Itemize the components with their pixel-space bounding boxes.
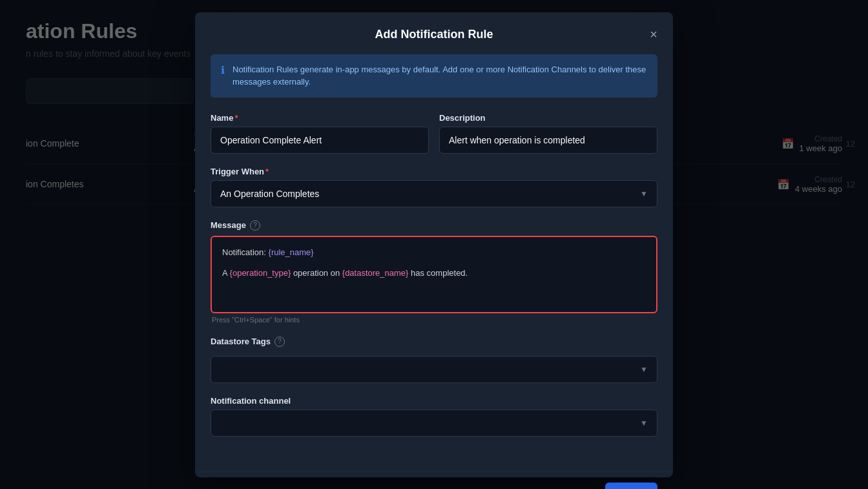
message-line1-prefix: Notification: — [222, 247, 269, 257]
notification-channel-group: Notification channel ▼ — [211, 396, 657, 437]
template-var-datastore-name: {datastore_name} — [342, 268, 409, 278]
name-description-row: Name* Description — [211, 113, 657, 154]
cancel-button[interactable]: Cancel — [549, 483, 598, 490]
name-group: Name* — [211, 113, 429, 154]
message-group: Message ? Notification: {rule_name} A {o… — [211, 220, 657, 313]
description-group: Description — [439, 113, 657, 154]
datastore-label-row: Datastore Tags ? — [211, 337, 657, 347]
datastore-tags-group: Datastore Tags ? ▼ — [211, 337, 657, 383]
modal-overlay: Add Notification Rule × ℹ Notification R… — [0, 0, 868, 489]
datastore-tags-dropdown[interactable]: ▼ — [211, 356, 657, 383]
description-input[interactable] — [439, 127, 657, 154]
message-line-2: A {operation_type} operation on {datasto… — [222, 267, 646, 280]
message-line2-suffix: has completed. — [408, 268, 468, 278]
info-banner: ℹ Notification Rules generate in-app mes… — [211, 54, 657, 98]
message-editor[interactable]: Notification: {rule_name} A {operation_t… — [211, 236, 657, 313]
save-button[interactable]: Save — [605, 483, 657, 490]
datastore-tags-label: Datastore Tags — [211, 337, 271, 346]
chevron-down-icon: ▼ — [640, 419, 648, 428]
datastore-help-icon[interactable]: ? — [274, 337, 285, 347]
notification-channel-dropdown[interactable]: ▼ — [211, 410, 657, 437]
template-var-rule-name: {rule_name} — [269, 247, 314, 257]
info-banner-text: Notification Rules generate in-app messa… — [232, 63, 647, 88]
message-line-1: Notification: {rule_name} — [222, 246, 646, 260]
modal-footer: Cancel Save — [195, 472, 673, 490]
message-line2-prefix: A — [222, 268, 230, 278]
message-label-row: Message ? — [211, 220, 657, 231]
chevron-down-icon: ▼ — [640, 365, 648, 374]
template-var-operation-type: {operation_type} — [230, 268, 291, 278]
modal-title: Add Notification Rule — [375, 28, 493, 41]
name-label: Name* — [211, 113, 429, 123]
description-label: Description — [439, 113, 657, 123]
message-label: Message — [211, 220, 246, 230]
message-help-icon[interactable]: ? — [250, 220, 260, 231]
message-line2-mid: operation on — [291, 268, 342, 278]
add-notification-rule-modal: Add Notification Rule × ℹ Notification R… — [195, 12, 673, 477]
modal-header: Add Notification Rule × — [195, 12, 673, 54]
trigger-dropdown[interactable]: An Operation Completes ▼ — [211, 180, 657, 207]
name-input[interactable] — [211, 127, 429, 154]
info-icon: ℹ — [221, 64, 225, 76]
modal-body: ℹ Notification Rules generate in-app mes… — [195, 54, 673, 472]
trigger-label: Trigger When* — [211, 167, 657, 176]
trigger-dropdown-value: An Operation Completes — [220, 189, 319, 199]
hint-text: Press "Ctrl+Space" for hints — [211, 316, 657, 324]
close-button[interactable]: × — [647, 25, 660, 43]
notification-channel-label: Notification channel — [211, 396, 657, 406]
trigger-group: Trigger When* An Operation Completes ▼ — [211, 167, 657, 207]
chevron-down-icon: ▼ — [640, 189, 648, 198]
